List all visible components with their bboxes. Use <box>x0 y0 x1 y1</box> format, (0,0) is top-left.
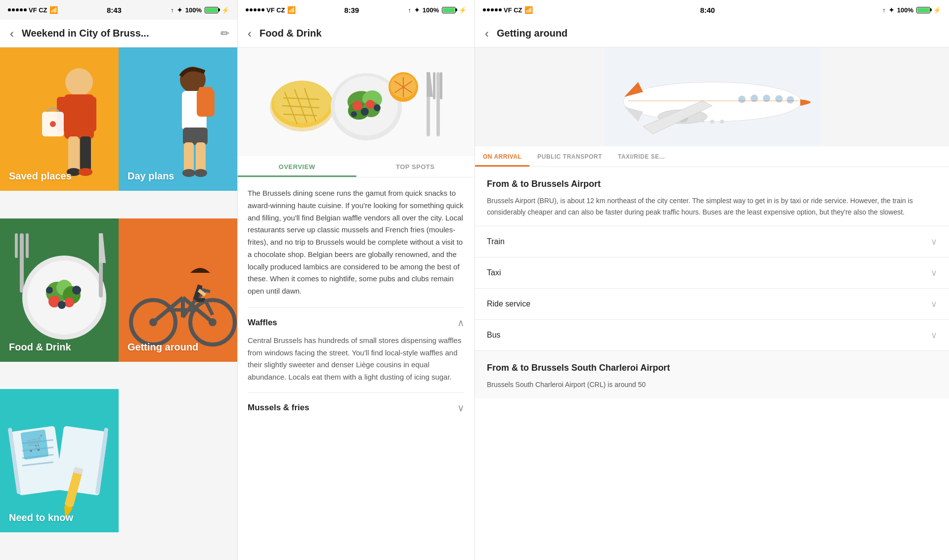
section-waffles: Waffles ∧ Central Brussels has hundreds … <box>248 307 465 392</box>
transport-train[interactable]: Train ∨ <box>475 226 949 258</box>
battery-icon-3 <box>916 7 930 13</box>
wifi-icon-3: 📶 <box>524 6 533 14</box>
battery-text-3: 100% <box>897 6 913 14</box>
transport-ride-label: Ride service <box>487 300 530 308</box>
location-icon-1: ↑ <box>171 6 174 14</box>
saved-places-label: Saved places <box>9 171 72 182</box>
day-plans-illustration <box>119 47 237 191</box>
svg-rect-12 <box>197 89 215 117</box>
transport-taxi[interactable]: Taxi ∨ <box>475 258 949 289</box>
svg-point-43 <box>189 264 211 286</box>
charleroi-section: From & to Brussels South Charleroi Airpo… <box>475 351 949 398</box>
battery-text-2: 100% <box>423 6 439 14</box>
getting-tabs: On Arrival Public Transport Taxi/Ride Se… <box>475 146 949 167</box>
status-bar-3: VF CZ 📶 8:40 ↑ ✦ 100% ⚡ <box>475 0 949 20</box>
panel-center: VF CZ 📶 8:39 ↑ ✦ 100% ⚡ ‹ Food & Drink <box>237 0 474 560</box>
transport-train-chevron: ∨ <box>931 236 937 247</box>
charging-icon-1: ⚡ <box>221 6 229 14</box>
transport-bus-label: Bus <box>487 331 501 340</box>
charging-icon-3: ⚡ <box>933 6 941 14</box>
signal-3 <box>483 8 502 11</box>
airport-bru-text: Brussels Airport (BRU), is about 12 km n… <box>487 195 937 218</box>
status-right-3: ↑ ✦ 100% ⚡ <box>882 6 941 14</box>
svg-rect-4 <box>68 136 79 171</box>
saved-places-illustration <box>0 47 119 191</box>
section-mussels: Mussels & fries ∨ <box>248 392 465 423</box>
panel-right: VF CZ 📶 8:40 ↑ ✦ 100% ⚡ ‹ Getting around <box>474 0 949 560</box>
svg-point-100 <box>700 119 704 123</box>
getting-hero <box>475 47 949 146</box>
waffles-body: Central Brussels has hundreds of small s… <box>248 335 465 384</box>
time-1: 8:43 <box>107 6 122 14</box>
status-right-1: ↑ ✦ 100% ⚡ <box>171 6 229 14</box>
svg-rect-5 <box>80 136 91 171</box>
svg-rect-14 <box>183 128 208 145</box>
panel-left: VF CZ 📶 8:43 ↑ ✦ 100% ⚡ ‹ Weekend in Cit… <box>0 0 237 560</box>
carrier-3: VF CZ <box>504 6 522 14</box>
tab-taxi-ride[interactable]: Taxi/Ride Se... <box>610 146 673 167</box>
transport-bus[interactable]: Bus ∨ <box>475 320 949 351</box>
mussels-header[interactable]: Mussels & fries ∨ <box>248 402 465 414</box>
day-plans-label: Day plans <box>128 171 174 182</box>
top-nav-1: ‹ Weekend in City of Bruss... ✏ <box>0 20 237 47</box>
svg-point-92 <box>623 82 801 122</box>
nav-title-1: Weekend in City of Bruss... <box>22 28 215 39</box>
food-illustration <box>0 218 119 362</box>
svg-point-17 <box>182 169 195 177</box>
svg-point-80 <box>374 104 381 111</box>
waffles-header[interactable]: Waffles ∧ <box>248 317 465 329</box>
status-right-2: ↑ ✦ 100% ⚡ <box>408 6 467 14</box>
need-to-know-label: Need to know <box>9 512 73 523</box>
food-content: The Brussels dining scene runs the gamut… <box>238 177 474 560</box>
svg-point-30 <box>72 286 81 295</box>
location-icon-2: ↑ <box>408 6 411 14</box>
svg-point-28 <box>64 298 74 307</box>
time-3: 8:40 <box>700 6 715 14</box>
back-button-2[interactable]: ‹ <box>246 25 254 43</box>
edit-button-1[interactable]: ✏ <box>220 27 229 40</box>
food-hero-svg <box>262 52 450 151</box>
tab-overview[interactable]: Overview <box>238 156 356 177</box>
battery-icon-2 <box>442 7 456 13</box>
tile-day-plans[interactable]: Day plans <box>119 47 237 191</box>
svg-rect-21 <box>26 233 29 258</box>
status-left-2: VF CZ 📶 <box>246 6 296 14</box>
charleroi-title: From & to Brussels South Charleroi Airpo… <box>487 363 937 373</box>
tile-getting-around[interactable]: Getting around <box>119 218 237 362</box>
signal-1 <box>8 8 27 11</box>
tab-public-transport[interactable]: Public Transport <box>529 146 610 167</box>
svg-point-9 <box>50 121 56 127</box>
status-left-3: VF CZ 📶 <box>483 6 533 14</box>
transport-taxi-chevron: ∨ <box>931 267 937 278</box>
transport-bus-chevron: ∨ <box>931 330 937 341</box>
tab-top-spots[interactable]: Top spots <box>356 156 475 177</box>
svg-rect-19 <box>20 233 24 293</box>
transport-ride-service[interactable]: Ride service ∨ <box>475 289 949 320</box>
bluetooth-icon-1: ✦ <box>177 6 182 14</box>
svg-point-101 <box>710 120 714 124</box>
svg-point-79 <box>361 108 369 116</box>
svg-rect-88 <box>436 72 440 136</box>
svg-point-18 <box>194 169 207 177</box>
svg-point-78 <box>366 100 375 109</box>
battery-text-1: 100% <box>185 6 202 14</box>
airport-bru-section: From & to Brussels Airport Brussels Airp… <box>475 167 949 226</box>
mussels-chevron: ∨ <box>457 402 465 414</box>
waffles-chevron: ∧ <box>457 317 465 329</box>
back-button-1[interactable]: ‹ <box>8 25 16 43</box>
tile-food-drink[interactable]: Food & Drink <box>0 218 119 362</box>
tab-on-arrival[interactable]: On Arrival <box>475 146 529 167</box>
back-button-3[interactable]: ‹ <box>483 25 491 43</box>
waffles-title: Waffles <box>248 318 277 328</box>
food-svg <box>0 218 119 362</box>
svg-point-81 <box>351 111 357 117</box>
svg-text:🛒: 🛒 <box>26 434 45 453</box>
battery-icon-1 <box>205 7 218 13</box>
food-tabs: Overview Top spots <box>238 156 474 177</box>
tile-need-to-know[interactable]: 🛒 Need to know <box>0 389 119 532</box>
tile-saved-places[interactable]: Saved places <box>0 47 119 191</box>
status-left-1: VF CZ 📶 <box>8 6 58 14</box>
bluetooth-icon-3: ✦ <box>889 6 894 14</box>
svg-point-102 <box>720 120 724 124</box>
tiles-grid: Saved places <box>0 47 237 560</box>
